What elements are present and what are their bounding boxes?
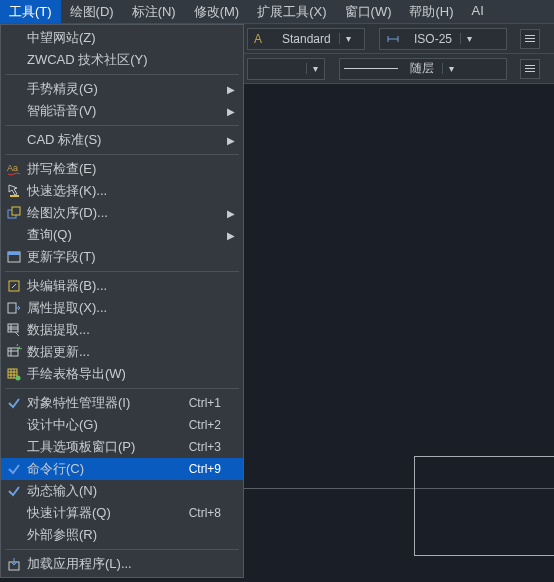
svg-text:Aa: Aa — [7, 163, 18, 173]
menu-item-label: 设计中心(G) — [27, 416, 189, 434]
menu-item[interactable]: 手绘表格导出(W) — [1, 363, 243, 385]
menu-item-label: 查询(Q) — [27, 226, 243, 244]
menu-item-label: 快速计算器(Q) — [27, 504, 189, 522]
update-field-icon — [1, 249, 27, 265]
chevron-down-icon: ▾ — [442, 63, 460, 74]
list-button[interactable] — [520, 29, 540, 49]
block-editor-icon — [1, 278, 27, 294]
menu-item[interactable]: 动态输入(N) — [1, 480, 243, 502]
drawing-canvas[interactable] — [244, 90, 554, 582]
menu-item-label: CAD 标准(S) — [27, 131, 243, 149]
linetype-value: 随层 — [402, 60, 442, 77]
menu-item-label: 更新字段(T) — [27, 248, 243, 266]
canvas-viewport-box — [414, 456, 554, 556]
menu-item-label: 加载应用程序(L)... — [27, 555, 243, 573]
menu-item-shortcut: Ctrl+2 — [189, 418, 243, 432]
menu-item-shortcut: Ctrl+1 — [189, 396, 243, 410]
svg-rect-5 — [8, 252, 20, 255]
chevron-down-icon: ▾ — [306, 63, 324, 74]
data-extract-icon — [1, 322, 27, 338]
menu-dimension[interactable]: 标注(N) — [123, 0, 185, 23]
menu-item[interactable]: 命令行(C)Ctrl+9 — [1, 458, 243, 480]
menu-item-label: 对象特性管理器(I) — [27, 394, 189, 412]
check-icon — [1, 395, 27, 411]
menu-item[interactable]: 块编辑器(B)... — [1, 275, 243, 297]
dim-style-combo[interactable]: ISO-25 ▾ — [379, 28, 507, 50]
text-style-value: Standard — [274, 32, 339, 46]
linetype-combo[interactable]: 随层 ▾ — [339, 58, 507, 80]
svg-rect-9 — [8, 348, 18, 356]
text-style-combo[interactable]: A Standard ▾ — [247, 28, 365, 50]
menu-item-label: 手势精灵(G) — [27, 80, 243, 98]
svg-rect-8 — [8, 324, 18, 332]
menubar: 工具(T) 绘图(D) 标注(N) 修改(M) 扩展工具(X) 窗口(W) 帮助… — [0, 0, 554, 24]
menu-separator — [5, 549, 239, 550]
svg-text:A: A — [254, 32, 262, 46]
menu-item[interactable]: 属性提取(X)... — [1, 297, 243, 319]
list-button[interactable] — [520, 59, 540, 79]
menu-item[interactable]: 快速选择(K)... — [1, 180, 243, 202]
menu-item[interactable]: 设计中心(G)Ctrl+2 — [1, 414, 243, 436]
menu-item[interactable]: 绘图次序(D)...▶ — [1, 202, 243, 224]
menu-item[interactable]: 加载应用程序(L)... — [1, 553, 243, 575]
quick-select-icon — [1, 183, 27, 199]
svg-rect-3 — [12, 207, 20, 215]
menu-item[interactable]: 工具选项板窗口(P)Ctrl+3 — [1, 436, 243, 458]
menu-separator — [5, 271, 239, 272]
menu-item[interactable]: 数据更新... — [1, 341, 243, 363]
menu-item-label: 工具选项板窗口(P) — [27, 438, 189, 456]
menu-item-label: 拼写检查(E) — [27, 160, 243, 178]
menu-item[interactable]: CAD 标准(S)▶ — [1, 129, 243, 151]
menu-item[interactable]: 数据提取... — [1, 319, 243, 341]
lineweight-combo[interactable]: ▾ — [247, 58, 325, 80]
menu-window[interactable]: 窗口(W) — [336, 0, 401, 23]
menu-draw[interactable]: 绘图(D) — [61, 0, 123, 23]
menu-item-label: 快速选择(K)... — [27, 182, 243, 200]
menu-extensions[interactable]: 扩展工具(X) — [248, 0, 335, 23]
menu-item[interactable]: 查询(Q)▶ — [1, 224, 243, 246]
menu-item-label: 属性提取(X)... — [27, 299, 243, 317]
menu-item-label: 块编辑器(B)... — [27, 277, 243, 295]
menu-tools[interactable]: 工具(T) — [0, 0, 61, 23]
submenu-arrow-icon: ▶ — [227, 135, 235, 146]
menu-separator — [5, 125, 239, 126]
menu-item[interactable]: 手势精灵(G)▶ — [1, 78, 243, 100]
menu-item[interactable]: 更新字段(T) — [1, 246, 243, 268]
menu-item[interactable]: ZWCAD 技术社区(Y) — [1, 49, 243, 71]
chevron-down-icon: ▾ — [460, 33, 478, 44]
linetype-preview — [344, 68, 398, 69]
submenu-arrow-icon: ▶ — [227, 208, 235, 219]
check-icon — [1, 461, 27, 477]
menu-item-label: 命令行(C) — [27, 460, 189, 478]
menu-item-label: 数据提取... — [27, 321, 243, 339]
menu-item[interactable]: 智能语音(V)▶ — [1, 100, 243, 122]
menu-item-label: 智能语音(V) — [27, 102, 243, 120]
menu-item-label: 动态输入(N) — [27, 482, 243, 500]
menu-item-label: 绘图次序(D)... — [27, 204, 243, 222]
tools-dropdown: 中望网站(Z)ZWCAD 技术社区(Y)手势精灵(G)▶智能语音(V)▶CAD … — [0, 24, 244, 578]
data-update-icon — [1, 344, 27, 360]
attr-extract-icon — [1, 300, 27, 316]
menu-ai[interactable]: AI — [463, 0, 493, 23]
menu-item[interactable]: 中望网站(Z) — [1, 27, 243, 49]
menu-item-shortcut: Ctrl+8 — [189, 506, 243, 520]
menu-item[interactable]: Aa拼写检查(E) — [1, 158, 243, 180]
menu-item-label: 外部参照(R) — [27, 526, 243, 544]
menu-item-shortcut: Ctrl+3 — [189, 440, 243, 454]
table-export-icon — [1, 366, 27, 382]
submenu-arrow-icon: ▶ — [227, 230, 235, 241]
menu-item[interactable]: 外部参照(R) — [1, 524, 243, 546]
menu-modify[interactable]: 修改(M) — [185, 0, 249, 23]
check-icon — [1, 483, 27, 499]
submenu-arrow-icon: ▶ — [227, 106, 235, 117]
menu-item-label: ZWCAD 技术社区(Y) — [27, 51, 243, 69]
menu-item-label: 中望网站(Z) — [27, 29, 243, 47]
load-app-icon — [1, 556, 27, 572]
menu-item-shortcut: Ctrl+9 — [189, 462, 243, 476]
menu-help[interactable]: 帮助(H) — [400, 0, 462, 23]
menu-separator — [5, 74, 239, 75]
menu-item[interactable]: 对象特性管理器(I)Ctrl+1 — [1, 392, 243, 414]
menu-item[interactable]: 快速计算器(Q)Ctrl+8 — [1, 502, 243, 524]
dim-style-icon — [383, 29, 403, 49]
menu-item-label: 数据更新... — [27, 343, 243, 361]
